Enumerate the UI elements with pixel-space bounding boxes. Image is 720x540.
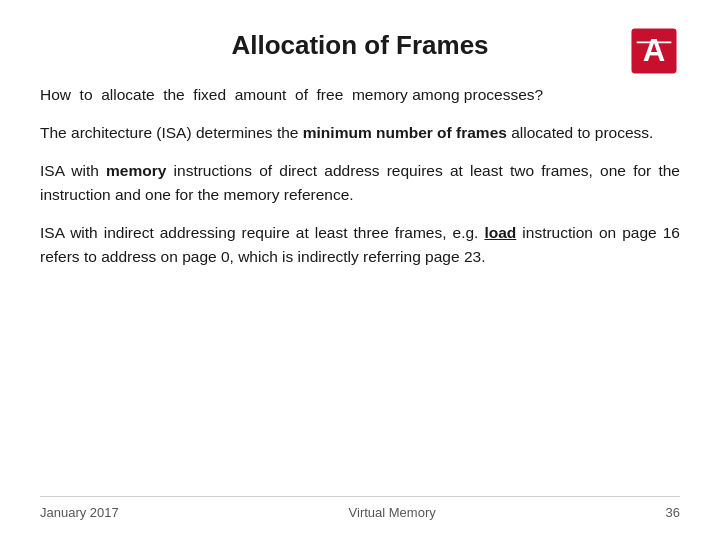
slide: Allocation of Frames A How to allocate t… [0,0,720,540]
bold-text-p3: memory [106,162,166,179]
slide-title: Allocation of Frames [231,30,488,61]
university-logo: A [628,25,680,77]
paragraph-2: The architecture (ISA) determines the mi… [40,121,680,145]
bold-text-p2: minimum number of frames [303,124,507,141]
slide-content: How to allocate the fixed amount of free… [40,83,680,496]
slide-footer: January 2017 Virtual Memory 36 [40,496,680,520]
footer-date: January 2017 [40,505,119,520]
footer-page: 36 [666,505,680,520]
paragraph-4: ISA with indirect addressing require at … [40,221,680,269]
slide-header: Allocation of Frames A [40,30,680,61]
footer-topic: Virtual Memory [349,505,436,520]
svg-text:A: A [643,33,666,68]
paragraph-1: How to allocate the fixed amount of free… [40,83,680,107]
bold-underline-text-p4: load [484,224,516,241]
paragraph-3: ISA with memory instructions of direct a… [40,159,680,207]
